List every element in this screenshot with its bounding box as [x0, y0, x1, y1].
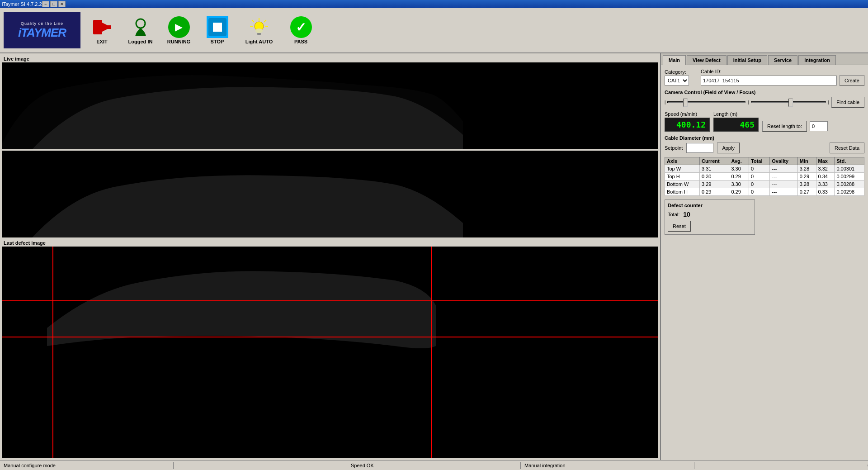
- svg-rect-2: [102, 25, 111, 29]
- reset-data-button[interactable]: Reset Data: [830, 142, 864, 153]
- right-content: Category: CAT1 Cable ID: Create: [661, 65, 868, 460]
- app-container: Quality on the Line iTAYMER EXIT: [0, 8, 868, 470]
- exit-icon: [91, 16, 113, 38]
- speed-label: Speed (m/min): [665, 111, 710, 117]
- fov-slider-thumb[interactable]: [683, 99, 688, 107]
- stop-label: STOP: [211, 39, 224, 44]
- svg-rect-8: [257, 33, 261, 35]
- tabs-bar: Main View Defect Initial Setup Service I…: [661, 53, 868, 65]
- light-icon: [248, 16, 270, 38]
- col-axis: Axis: [665, 157, 700, 165]
- svg-point-3: [136, 19, 145, 28]
- find-cable-button[interactable]: Find cable: [831, 97, 864, 108]
- maximize-button[interactable]: □: [50, 1, 57, 7]
- camera-control-label: Camera Control (Field of View / Focus): [665, 90, 864, 95]
- light-button[interactable]: Light AUTO: [239, 12, 279, 48]
- total-value: 10: [683, 211, 690, 218]
- table-row: Top H0.300.290---0.290.340.00299: [665, 173, 864, 180]
- titlebar-controls: − □ ✕: [42, 1, 66, 7]
- cableid-group: Cable ID: Create: [701, 69, 864, 86]
- minimize-button[interactable]: −: [42, 1, 49, 7]
- category-cableid-row: Category: CAT1 Cable ID: Create: [665, 69, 864, 86]
- tab-view-defect[interactable]: View Defect: [687, 55, 726, 65]
- defect-cable-svg: [2, 247, 658, 458]
- reset-counter-button[interactable]: Reset: [668, 221, 691, 232]
- col-min: Min: [797, 157, 816, 165]
- logged-in-icon: [130, 16, 151, 38]
- cable-id-input[interactable]: [701, 76, 837, 85]
- exit-button[interactable]: EXIT: [85, 12, 119, 48]
- col-ovality: Ovality: [770, 157, 797, 165]
- speed-value: 400.12: [665, 118, 710, 132]
- table-row: Bottom W3.293.300---3.283.330.00288: [665, 180, 864, 188]
- logo-brand: iTAYMER: [18, 26, 66, 40]
- logo-top-text: Quality on the Line: [21, 21, 63, 26]
- col-avg: Avg.: [729, 157, 749, 165]
- logo: Quality on the Line iTAYMER: [4, 12, 80, 48]
- last-defect-section: Last defect image: [2, 239, 658, 458]
- cable-id-label: Cable ID:: [701, 69, 864, 74]
- running-button[interactable]: ▶ RUNNING: [162, 12, 196, 48]
- col-current: Current: [699, 157, 729, 165]
- logged-in-button[interactable]: Logged IN: [123, 12, 157, 48]
- statusbar: Manual configure mode Speed OK Manual in…: [0, 460, 868, 470]
- length-value: 465: [713, 118, 759, 132]
- create-button[interactable]: Create: [840, 75, 864, 86]
- pass-label: PASS: [294, 39, 307, 44]
- status-item-3: Manual integration: [521, 462, 694, 469]
- camera-sliders-row: | | | Find cab: [665, 97, 864, 108]
- tab-initial-setup[interactable]: Initial Setup: [727, 55, 767, 65]
- pass-button[interactable]: ✓ PASS: [284, 12, 318, 48]
- fov-slider-track: [667, 101, 745, 103]
- category-group: Category: CAT1: [665, 69, 689, 85]
- reset-length-group: Reset length to:: [762, 121, 864, 132]
- tab-main[interactable]: Main: [663, 55, 686, 65]
- table-row: Top W3.313.300---3.283.320.00301: [665, 165, 864, 173]
- diameter-row: Setpoint Apply Reset Data: [665, 142, 864, 153]
- svg-point-7: [255, 28, 263, 33]
- reset-length-button[interactable]: Reset length to:: [762, 121, 807, 132]
- focus-slider-track: [751, 101, 826, 103]
- toolbar: Quality on the Line iTAYMER EXIT: [0, 8, 868, 53]
- defect-counter-section: Defect counter Total: 10 Reset: [665, 199, 755, 235]
- exit-label: EXIT: [96, 39, 107, 44]
- status-item-0: Manual configure mode: [0, 462, 174, 469]
- bottom-camera-view: [2, 151, 658, 237]
- length-label: Length (m): [713, 111, 759, 117]
- cable-diameter-section: Cable Diameter (mm) Setpoint Apply Reset…: [665, 135, 864, 153]
- reset-length-input[interactable]: [810, 121, 828, 131]
- status-item-2: Speed OK: [347, 462, 521, 469]
- status-item-4: [694, 465, 868, 466]
- tab-service[interactable]: Service: [768, 55, 797, 65]
- close-button[interactable]: ✕: [58, 1, 66, 7]
- running-icon: ▶: [168, 16, 190, 38]
- left-panel: Live image: [0, 53, 660, 460]
- cable-diameter-label: Cable Diameter (mm): [665, 135, 864, 141]
- content-area: Live image: [0, 53, 868, 460]
- speed-length-row: Speed (m/min) 400.12 Length (m) 465 Rese…: [665, 111, 864, 132]
- right-panel: Main View Defect Initial Setup Service I…: [660, 53, 868, 460]
- apply-button[interactable]: Apply: [717, 142, 740, 153]
- slider1-left-tick: |: [665, 100, 665, 104]
- svg-rect-0: [93, 20, 102, 34]
- col-std: Std.: [835, 157, 864, 165]
- stop-button[interactable]: STOP: [200, 12, 234, 48]
- focus-slider-container: | |: [748, 100, 829, 104]
- slider2-left-tick: |: [748, 100, 749, 104]
- status-item-1: [174, 465, 347, 466]
- focus-slider-thumb[interactable]: [788, 99, 793, 107]
- category-select[interactable]: CAT1: [665, 76, 689, 85]
- category-label: Category:: [665, 69, 689, 75]
- live-image-label: Live image: [2, 55, 658, 62]
- measurement-table: Axis Current Avg. Total Ovality Min Max …: [665, 157, 864, 196]
- top-cable-svg: [2, 62, 658, 149]
- running-label: RUNNING: [167, 39, 190, 44]
- defect-total-row: Total: 10: [668, 211, 752, 218]
- light-label: Light AUTO: [245, 39, 273, 44]
- last-defect-label: Last defect image: [2, 239, 658, 247]
- setpoint-input[interactable]: [686, 143, 713, 153]
- defect-view: [2, 247, 658, 458]
- stop-icon: [207, 16, 228, 38]
- tab-integration[interactable]: Integration: [798, 55, 836, 65]
- svg-line-10: [252, 20, 254, 22]
